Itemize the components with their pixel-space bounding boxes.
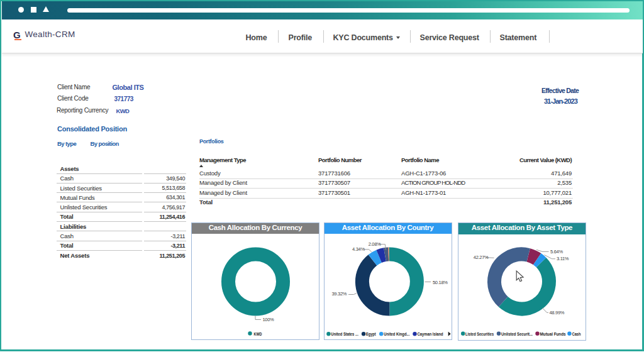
svg-text:5.64%: 5.64% <box>550 249 563 255</box>
svg-text:50.18%: 50.18% <box>433 279 448 285</box>
svg-text:2.08%: 2.08% <box>368 241 380 247</box>
svg-text:Mutual Funds: Mutual Funds <box>540 331 566 337</box>
svg-text:39.32%: 39.32% <box>331 290 347 296</box>
svg-text:Cayman Island: Cayman Island <box>417 331 443 337</box>
svg-text:Unlisted Securit...: Unlisted Securit... <box>501 331 533 337</box>
svg-text:Cash: Cash <box>572 331 581 337</box>
svg-text:100%: 100% <box>263 317 275 322</box>
svg-text:KWD: KWD <box>254 331 262 336</box>
svg-text:4.34%: 4.34% <box>352 246 365 252</box>
svg-text:48.99%: 48.99% <box>550 310 565 315</box>
svg-text:United States ...: United States ... <box>331 331 358 337</box>
svg-text:United Kingd...: United Kingd... <box>384 331 409 337</box>
svg-text:Egypt: Egypt <box>366 331 376 337</box>
svg-text:Listed Securities: Listed Securities <box>465 331 494 337</box>
svg-text:3.11%: 3.11% <box>557 256 569 261</box>
svg-text:42.27%: 42.27% <box>474 255 489 260</box>
